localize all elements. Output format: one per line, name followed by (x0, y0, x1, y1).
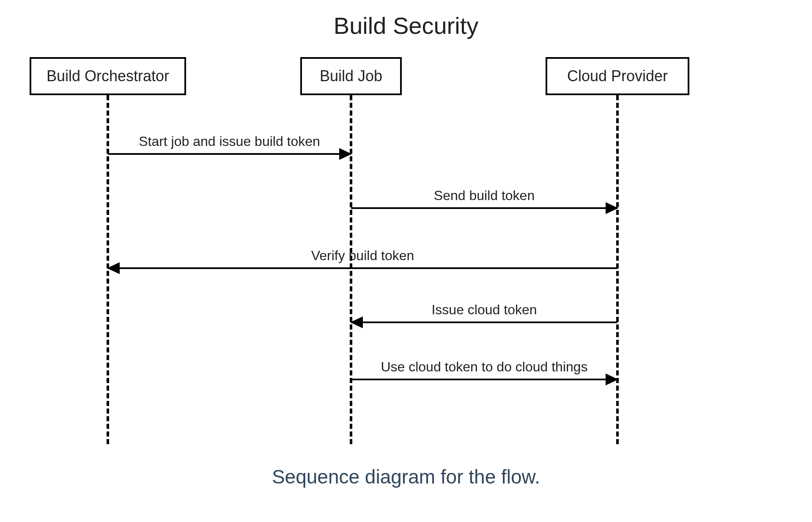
participant-label: Cloud Provider (567, 67, 668, 85)
message-label-2: Verify build token (108, 248, 617, 264)
message-arrow-4 (351, 379, 617, 380)
message-arrow-2 (108, 267, 617, 269)
arrowhead-icon (606, 202, 618, 214)
diagram-title: Build Security (0, 12, 812, 39)
message-arrow-0 (108, 153, 351, 155)
message-label-0: Start job and issue build token (108, 134, 351, 149)
message-label-3: Issue cloud token (351, 302, 617, 318)
message-label-4: Use cloud token to do cloud things (351, 359, 617, 375)
participant-label: Build Job (320, 67, 382, 85)
lifeline-provider (616, 95, 619, 444)
participant-label: Build Orchestrator (47, 67, 169, 85)
participant-provider: Cloud Provider (546, 57, 689, 95)
arrowhead-icon (350, 316, 363, 328)
participant-job: Build Job (300, 57, 402, 95)
message-arrow-1 (351, 207, 617, 209)
arrowhead-icon (107, 262, 120, 274)
diagram-stage: Build Security Sequence diagram for the … (0, 0, 812, 522)
participant-orchestrator: Build Orchestrator (30, 57, 186, 95)
arrowhead-icon (606, 374, 618, 385)
message-label-1: Send build token (351, 188, 617, 203)
arrowhead-icon (339, 148, 352, 160)
message-arrow-3 (351, 321, 617, 323)
diagram-caption: Sequence diagram for the flow. (0, 465, 812, 488)
